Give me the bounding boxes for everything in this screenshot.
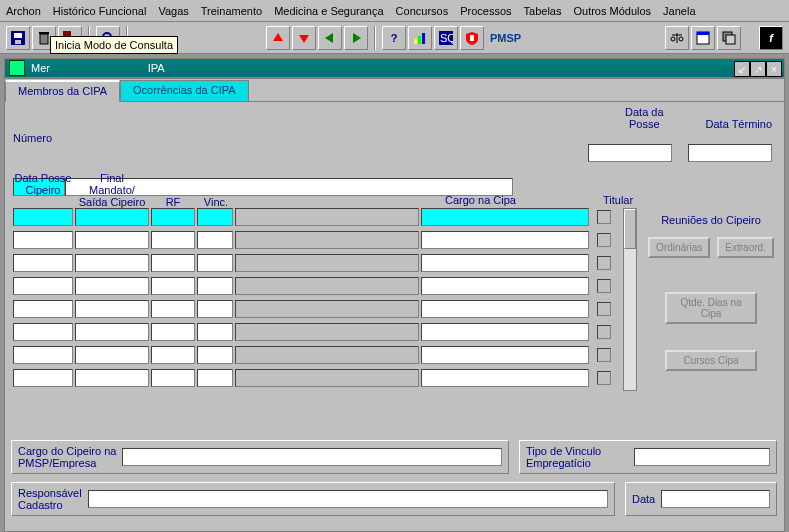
cell-cargo-cipa[interactable] (421, 231, 589, 249)
cell-nome[interactable] (235, 300, 419, 318)
cell-final-mandato[interactable] (75, 300, 149, 318)
cell-final-mandato[interactable] (75, 369, 149, 387)
svg-rect-14 (470, 35, 474, 41)
down-red-icon[interactable] (292, 26, 316, 50)
sql-icon[interactable]: SQL (434, 26, 458, 50)
cell-rf[interactable] (151, 323, 195, 341)
cell-final-mandato[interactable] (75, 323, 149, 341)
window-icon-small (9, 60, 25, 76)
tab-body: Data da Posse Data Término Número Data P… (5, 101, 784, 531)
termino-field[interactable] (688, 144, 772, 162)
cell-final-mandato[interactable] (75, 277, 149, 295)
tab-ocorrencias[interactable]: Ocorrências da CIPA (120, 80, 249, 102)
cell-cargo-cipa[interactable] (421, 346, 589, 364)
tab-membros[interactable]: Membros da CIPA (5, 80, 120, 102)
menu-vagas[interactable]: Vagas (158, 5, 188, 17)
cell-nome[interactable] (235, 277, 419, 295)
cell-rf[interactable] (151, 277, 195, 295)
cell-vinc[interactable] (197, 369, 233, 387)
cell-nome[interactable] (235, 369, 419, 387)
cell-rf[interactable] (151, 369, 195, 387)
cell-data-posse[interactable] (13, 254, 73, 272)
menu-archon[interactable]: Archon (6, 5, 41, 17)
checkbox-titular[interactable] (597, 233, 611, 247)
close-button[interactable]: × (766, 61, 782, 77)
help-icon[interactable]: ? (382, 26, 406, 50)
cell-rf[interactable] (151, 346, 195, 364)
scroll-thumb[interactable] (624, 209, 636, 249)
cell-final-mandato[interactable] (75, 346, 149, 364)
cell-data-posse[interactable] (13, 346, 73, 364)
menu-treinamento[interactable]: Treinamento (201, 5, 262, 17)
cell-data-posse[interactable] (13, 231, 73, 249)
function-icon[interactable]: f (759, 26, 783, 50)
menu-processos[interactable]: Processos (460, 5, 511, 17)
shield-icon[interactable] (460, 26, 484, 50)
btn-extraord[interactable]: Extraord. (717, 237, 774, 258)
cell-nome[interactable] (235, 323, 419, 341)
checkbox-titular[interactable] (597, 348, 611, 362)
cell-vinc[interactable] (197, 300, 233, 318)
cell-vinc[interactable] (197, 323, 233, 341)
cell-cargo-cipa[interactable] (421, 254, 589, 272)
cell-rf[interactable] (151, 254, 195, 272)
cell-nome[interactable] (235, 231, 419, 249)
up-red-icon[interactable] (266, 26, 290, 50)
menu-medicina[interactable]: Medicina e Segurança (274, 5, 383, 17)
minimize-button[interactable]: ↙ (734, 61, 750, 77)
data-field[interactable] (661, 490, 770, 508)
tipo-vinculo-field[interactable] (634, 448, 770, 466)
cell-final-mandato[interactable] (75, 231, 149, 249)
cell-rf[interactable] (151, 231, 195, 249)
cell-cargo-cipa[interactable] (421, 369, 589, 387)
cell-cargo-cipa[interactable] (421, 300, 589, 318)
maximize-button[interactable]: ↗ (750, 61, 766, 77)
window-icon[interactable] (691, 26, 715, 50)
checkbox-titular[interactable] (597, 256, 611, 270)
cell-data-posse[interactable] (13, 208, 73, 226)
cell-data-posse[interactable] (13, 369, 73, 387)
scrollbar[interactable] (623, 208, 637, 391)
btn-ordinarias[interactable]: Ordinárias (648, 237, 710, 258)
menu-janela[interactable]: Janela (663, 5, 695, 17)
cell-vinc[interactable] (197, 346, 233, 364)
cell-data-posse[interactable] (13, 300, 73, 318)
cell-vinc[interactable] (197, 277, 233, 295)
menu-outros[interactable]: Outros Módulos (573, 5, 651, 17)
label-tipo-vinculo: Tipo de Vinculo Empregatício (526, 445, 628, 469)
cell-cargo-cipa[interactable] (421, 323, 589, 341)
save-icon[interactable] (6, 26, 30, 50)
menu-tabelas[interactable]: Tabelas (524, 5, 562, 17)
cell-rf[interactable] (151, 300, 195, 318)
cell-nome[interactable] (235, 254, 419, 272)
chart-icon[interactable] (408, 26, 432, 50)
checkbox-titular[interactable] (597, 210, 611, 224)
left-green-icon[interactable] (318, 26, 342, 50)
cargo-cipeiro-field[interactable] (122, 448, 502, 466)
menu-historico[interactable]: Histórico Funcional (53, 5, 147, 17)
checkbox-titular[interactable] (597, 279, 611, 293)
btn-qtde-dias[interactable]: Qtde. Dias na Cipa (665, 292, 757, 324)
cell-rf[interactable] (151, 208, 195, 226)
cell-cargo-cipa[interactable] (421, 277, 589, 295)
cell-final-mandato[interactable] (75, 208, 149, 226)
cell-vinc[interactable] (197, 254, 233, 272)
cell-data-posse[interactable] (13, 323, 73, 341)
cell-data-posse[interactable] (13, 277, 73, 295)
posse-field[interactable] (588, 144, 672, 162)
layers-icon[interactable] (717, 26, 741, 50)
responsavel-field[interactable] (88, 490, 608, 508)
btn-cursos[interactable]: Cursos Cipa (665, 350, 757, 371)
cell-cargo-cipa[interactable] (421, 208, 589, 226)
cell-nome[interactable] (235, 208, 419, 226)
menu-concursos[interactable]: Concursos (396, 5, 449, 17)
cell-vinc[interactable] (197, 208, 233, 226)
cell-vinc[interactable] (197, 231, 233, 249)
checkbox-titular[interactable] (597, 302, 611, 316)
checkbox-titular[interactable] (597, 325, 611, 339)
balance-icon[interactable] (665, 26, 689, 50)
checkbox-titular[interactable] (597, 371, 611, 385)
cell-final-mandato[interactable] (75, 254, 149, 272)
right-green-icon[interactable] (344, 26, 368, 50)
cell-nome[interactable] (235, 346, 419, 364)
